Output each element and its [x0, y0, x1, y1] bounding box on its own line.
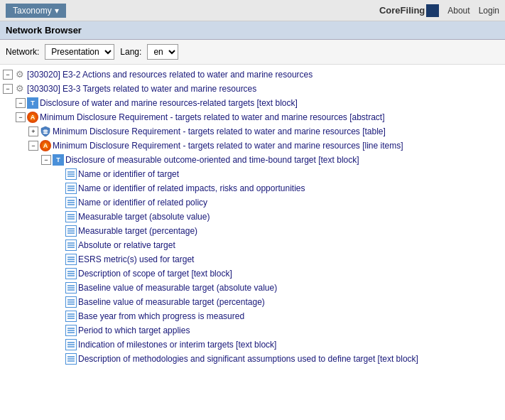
- tree-item-4: −AMinimum Disclosure Requirement - targe…: [0, 110, 505, 124]
- topbar-right: CoreFiling About Login: [379, 4, 499, 17]
- logo-box-icon: [426, 4, 439, 17]
- expand-placeholder: [54, 183, 64, 193]
- tree-item-label[interactable]: Description of methodologies and signifi…: [78, 352, 418, 365]
- expand-button[interactable]: −: [3, 70, 13, 80]
- expand-button[interactable]: −: [16, 98, 26, 108]
- tree-item-16: Baseline value of measurable target (abs…: [0, 281, 505, 295]
- tree-item-12: Measurable target (percentage): [0, 224, 505, 238]
- line-item-icon: [65, 183, 77, 194]
- topbar: Taxonomy ▾ CoreFiling About Login: [0, 0, 505, 21]
- tree-item-label[interactable]: Minimum Disclosure Requirement - targets…: [53, 139, 403, 152]
- tree-item-14: ESRS metric(s) used for target: [0, 252, 505, 266]
- expand-button[interactable]: −: [28, 141, 38, 151]
- svg-rect-0: [43, 130, 48, 131]
- tree-item-20: Indication of milestones or interim targ…: [0, 338, 505, 352]
- expand-placeholder: [54, 283, 64, 293]
- expand-button[interactable]: +: [28, 126, 38, 136]
- svg-rect-1: [43, 131, 48, 132]
- tree-item-15: Description of scope of target [text blo…: [0, 266, 505, 281]
- logo-text: CoreFiling: [379, 5, 425, 16]
- line-item-icon: [65, 339, 77, 350]
- tree-item-label[interactable]: Indication of milestones or interim targ…: [78, 338, 276, 351]
- network-label: Network:: [6, 47, 39, 57]
- line-item-icon: [65, 325, 77, 336]
- tree-item-label[interactable]: Measurable target (absolute value): [78, 210, 210, 223]
- tree-item-10: Name or identifier of related policy: [0, 195, 505, 210]
- tree-item-label[interactable]: Base year from which progress is measure…: [78, 310, 244, 323]
- tree-item-label[interactable]: [303030] E3-3 Targets related to water a…: [27, 82, 256, 95]
- expand-placeholder: [54, 340, 64, 350]
- expand-placeholder: [54, 311, 64, 321]
- tree-item-9: Name or identifier of related impacts, r…: [0, 181, 505, 195]
- about-link[interactable]: About: [447, 6, 469, 16]
- line-item-icon: [65, 268, 77, 279]
- abstract-icon: A: [40, 140, 51, 151]
- line-item-icon: [65, 282, 77, 294]
- tree-item-2: −⚙[303030] E3-3 Targets related to water…: [0, 82, 505, 96]
- taxonomy-tree: −⚙[303020] E3-2 Actions and resources re…: [0, 65, 505, 420]
- text-block-icon: T: [53, 154, 64, 166]
- tree-item-5: + Minimum Disclosure Requirement - targe…: [0, 124, 505, 139]
- svg-rect-4: [46, 129, 47, 134]
- tree-item-label[interactable]: Baseline value of measurable target (abs…: [78, 281, 277, 294]
- login-link[interactable]: Login: [479, 6, 499, 16]
- gear-icon: ⚙: [14, 83, 26, 95]
- lang-select[interactable]: en: [147, 44, 178, 60]
- tree-item-6: −AMinimum Disclosure Requirement - targe…: [0, 139, 505, 153]
- expand-placeholder: [54, 240, 64, 250]
- text-block-icon: T: [27, 97, 38, 109]
- expand-placeholder: [54, 325, 64, 335]
- line-item-icon: [65, 197, 77, 208]
- taxonomy-dropdown-arrow: ▾: [55, 6, 59, 16]
- expand-button[interactable]: −: [16, 112, 26, 122]
- corefiling-logo: CoreFiling: [379, 4, 439, 17]
- tree-item-label[interactable]: ESRS metric(s) used for target: [78, 253, 194, 266]
- network-browser-title: Network Browser: [6, 25, 82, 36]
- tree-item-label[interactable]: Minimum Disclosure Requirement - targets…: [40, 111, 385, 124]
- expand-placeholder: [54, 212, 64, 222]
- tree-item-label[interactable]: [303020] E3-2 Actions and resources rela…: [27, 68, 313, 81]
- lang-label: Lang:: [120, 47, 141, 57]
- abstract-icon: A: [27, 112, 38, 123]
- line-item-icon: [65, 296, 77, 308]
- expand-button[interactable]: −: [41, 155, 51, 165]
- expand-button[interactable]: −: [3, 84, 13, 94]
- line-item-icon: [65, 211, 77, 222]
- tree-item-11: Measurable target (absolute value): [0, 210, 505, 224]
- tree-item-label[interactable]: Name or identifier of related impacts, r…: [78, 182, 305, 195]
- expand-placeholder: [54, 226, 64, 236]
- tree-item-label[interactable]: Period to which target applies: [78, 324, 190, 337]
- expand-placeholder: [54, 169, 64, 179]
- tree-item-1: −⚙[303020] E3-2 Actions and resources re…: [0, 68, 505, 82]
- tree-item-label[interactable]: Measurable target (percentage): [78, 225, 197, 237]
- expand-placeholder: [54, 254, 64, 264]
- network-select[interactable]: Presentation: [45, 44, 114, 60]
- tree-item-label[interactable]: Baseline value of measurable target (per…: [78, 296, 265, 308]
- taxonomy-menu-button[interactable]: Taxonomy ▾: [6, 4, 66, 18]
- line-item-icon: [65, 311, 77, 322]
- tree-item-18: Base year from which progress is measure…: [0, 309, 505, 323]
- line-item-icon: [65, 254, 77, 265]
- line-item-icon: [65, 225, 77, 237]
- tree-item-19: Period to which target applies: [0, 323, 505, 338]
- tree-item-label[interactable]: Disclosure of water and marine resources…: [40, 97, 298, 109]
- svg-rect-3: [45, 129, 45, 134]
- expand-placeholder: [54, 354, 64, 364]
- tree-item-label[interactable]: Name or identifier of target: [78, 168, 179, 181]
- topbar-left: Taxonomy ▾: [6, 4, 66, 18]
- shield-table-icon: [40, 126, 51, 137]
- tree-item-13: Absolute or relative target: [0, 238, 505, 252]
- svg-rect-2: [43, 133, 48, 134]
- tree-item-3: −TDisclosure of water and marine resourc…: [0, 96, 505, 110]
- tree-item-label[interactable]: Disclosure of measurable outcome-oriente…: [65, 154, 359, 166]
- tree-item-label[interactable]: Minimum Disclosure Requirement - targets…: [53, 125, 386, 138]
- line-item-icon: [65, 353, 77, 365]
- expand-placeholder: [54, 269, 64, 279]
- tree-item-label[interactable]: Description of scope of target [text blo…: [78, 267, 232, 280]
- tree-item-label[interactable]: Absolute or relative target: [78, 239, 175, 252]
- expand-placeholder: [54, 198, 64, 208]
- line-item-icon: [65, 168, 77, 180]
- tree-item-label[interactable]: Name or identifier of related policy: [78, 196, 207, 209]
- controls-bar: Network: Presentation Lang: en: [0, 40, 505, 65]
- tree-item-21: Description of methodologies and signifi…: [0, 352, 505, 366]
